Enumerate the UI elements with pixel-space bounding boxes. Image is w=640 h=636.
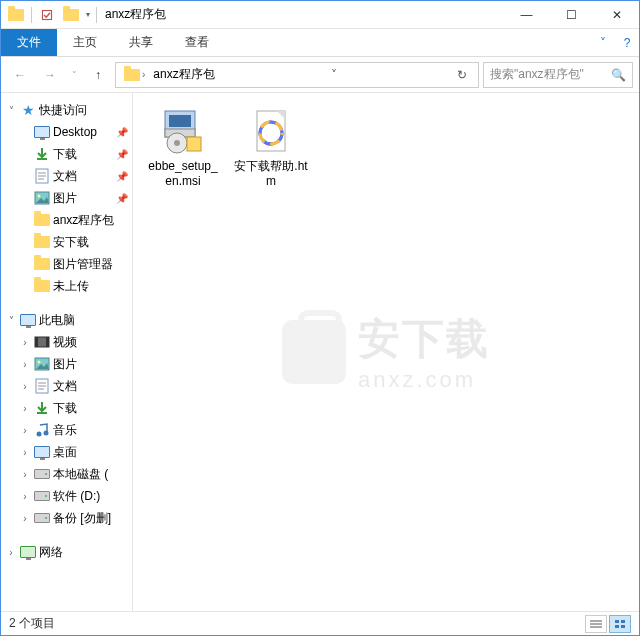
sidebar-item-下载[interactable]: 下载📌 [1, 143, 132, 165]
folder-qat-icon[interactable] [62, 6, 80, 24]
drive-icon [33, 487, 51, 505]
sidebar-item-label: 软件 (D:) [53, 488, 100, 505]
chevron-right-icon[interactable]: › [19, 337, 31, 348]
icons-view-button[interactable] [609, 615, 631, 633]
folder-icon [33, 255, 51, 273]
main-area: ˅ ★ 快捷访问 Desktop📌下载📌文档📌图片📌anxz程序包安下载图片管理… [1, 93, 639, 611]
close-button[interactable]: ✕ [594, 1, 639, 28]
sidebar-item-文档[interactable]: ›文档 [1, 375, 132, 397]
sidebar-item-本地磁盘 ([interactable]: ›本地磁盘 ( [1, 463, 132, 485]
details-view-button[interactable] [585, 615, 607, 633]
sidebar-item-桌面[interactable]: ›桌面 [1, 441, 132, 463]
sidebar-item-label: 本地磁盘 ( [53, 466, 108, 483]
sidebar-item-label: 桌面 [53, 444, 77, 461]
title-bar: ▾ anxz程序包 — ☐ ✕ [1, 1, 639, 29]
chevron-right-icon[interactable]: › [19, 359, 31, 370]
chevron-right-icon[interactable]: › [19, 425, 31, 436]
desktop-icon [33, 443, 51, 461]
sidebar-item-label: 音乐 [53, 422, 77, 439]
tab-file[interactable]: 文件 [1, 29, 57, 56]
pic-icon [33, 189, 51, 207]
sidebar-item-未上传[interactable]: 未上传 [1, 275, 132, 297]
recent-locations-icon[interactable]: ˅ [67, 62, 81, 88]
svg-point-18 [37, 432, 42, 437]
search-input[interactable]: 搜索"anxz程序包" 🔍 [483, 62, 633, 88]
sidebar-item-Desktop[interactable]: Desktop📌 [1, 121, 132, 143]
sidebar-item-label: 文档 [53, 168, 77, 185]
ribbon-expand-icon[interactable]: ˅ [591, 29, 615, 56]
chevron-down-icon[interactable]: ˅ [5, 105, 17, 116]
sidebar-item-label: 未上传 [53, 278, 89, 295]
svg-point-7 [38, 195, 41, 198]
sidebar-item-视频[interactable]: ›视频 [1, 331, 132, 353]
installer-icon [157, 105, 209, 157]
chevron-right-icon[interactable]: › [19, 469, 31, 480]
maximize-button[interactable]: ☐ [549, 1, 594, 28]
back-button[interactable]: ← [7, 62, 33, 88]
pic-icon [33, 355, 51, 373]
chevron-right-icon[interactable]: › [19, 513, 31, 524]
sidebar-item-文档[interactable]: 文档📌 [1, 165, 132, 187]
doc-icon [33, 167, 51, 185]
svg-rect-36 [621, 620, 625, 623]
item-count: 2 个项目 [9, 615, 55, 632]
sidebar-network[interactable]: › 网络 [1, 541, 132, 563]
sidebar-item-图片[interactable]: ›图片 [1, 353, 132, 375]
file-item-msi[interactable]: ebbe_setup_en.msi [141, 101, 225, 193]
sidebar-item-label: Desktop [53, 125, 97, 139]
sidebar-item-软件 (D:)[interactable]: ›软件 (D:) [1, 485, 132, 507]
address-dropdown-icon[interactable]: ˅ [322, 68, 346, 82]
folder-app-icon [7, 6, 25, 24]
sidebar-quick-access[interactable]: ˅ ★ 快捷访问 [1, 99, 132, 121]
svg-rect-0 [43, 10, 52, 19]
sidebar-item-label: 备份 [勿删] [53, 510, 111, 527]
breadcrumb-root-icon[interactable]: › [120, 69, 149, 81]
sidebar-this-pc[interactable]: ˅ 此电脑 [1, 309, 132, 331]
navigation-bar: ← → ˅ ↑ › anxz程序包 ˅ ↻ 搜索"anxz程序包" 🔍 [1, 57, 639, 93]
tab-view[interactable]: 查看 [169, 29, 225, 56]
tab-home[interactable]: 主页 [57, 29, 113, 56]
refresh-icon[interactable]: ↻ [450, 68, 474, 82]
svg-rect-21 [169, 115, 191, 127]
chevron-right-icon[interactable]: › [19, 403, 31, 414]
view-mode-switch [585, 615, 631, 633]
minimize-button[interactable]: — [504, 1, 549, 28]
file-item-htm[interactable]: 安下载帮助.htm [229, 101, 313, 193]
sidebar-item-下载[interactable]: ›下载 [1, 397, 132, 419]
breadcrumb-item[interactable]: anxz程序包 [149, 66, 218, 83]
watermark: 安下载 anxz.com [282, 311, 490, 393]
sidebar-item-图片管理器[interactable]: 图片管理器 [1, 253, 132, 275]
chevron-right-icon[interactable]: › [5, 547, 17, 558]
sidebar-item-图片[interactable]: 图片📌 [1, 187, 132, 209]
chevron-right-icon[interactable]: › [19, 447, 31, 458]
address-bar[interactable]: › anxz程序包 ˅ ↻ [115, 62, 479, 88]
chevron-right-icon[interactable]: › [19, 381, 31, 392]
up-button[interactable]: ↑ [85, 62, 111, 88]
help-icon[interactable]: ? [615, 29, 639, 56]
status-bar: 2 个项目 [1, 611, 639, 635]
svg-point-24 [174, 140, 180, 146]
forward-button[interactable]: → [37, 62, 63, 88]
qat-divider [31, 7, 32, 23]
qat-dropdown-icon[interactable]: ▾ [86, 10, 90, 19]
file-list[interactable]: ebbe_setup_en.msi 安下载帮助.htm 安下载 [133, 93, 639, 611]
watermark-sub: anxz.com [358, 367, 490, 393]
chevron-down-icon[interactable]: ˅ [5, 315, 17, 326]
tab-share[interactable]: 共享 [113, 29, 169, 56]
chevron-right-icon[interactable]: › [19, 491, 31, 502]
sidebar-item-安下载[interactable]: 安下载 [1, 231, 132, 253]
watermark-text: 安下载 [358, 311, 490, 367]
search-icon[interactable]: 🔍 [611, 68, 626, 82]
sidebar-item-label: 视频 [53, 334, 77, 351]
sidebar-item-音乐[interactable]: ›音乐 [1, 419, 132, 441]
navigation-pane[interactable]: ˅ ★ 快捷访问 Desktop📌下载📌文档📌图片📌anxz程序包安下载图片管理… [1, 93, 133, 611]
sidebar-item-anxz程序包[interactable]: anxz程序包 [1, 209, 132, 231]
sidebar-item-label: 下载 [53, 400, 77, 417]
properties-icon[interactable] [38, 6, 56, 24]
svg-rect-37 [615, 625, 619, 628]
htm-icon [245, 105, 297, 157]
svg-point-19 [44, 431, 49, 436]
search-placeholder: 搜索"anxz程序包" [490, 66, 584, 83]
pin-icon: 📌 [116, 193, 128, 204]
sidebar-item-备份 [勿删][interactable]: ›备份 [勿删] [1, 507, 132, 529]
